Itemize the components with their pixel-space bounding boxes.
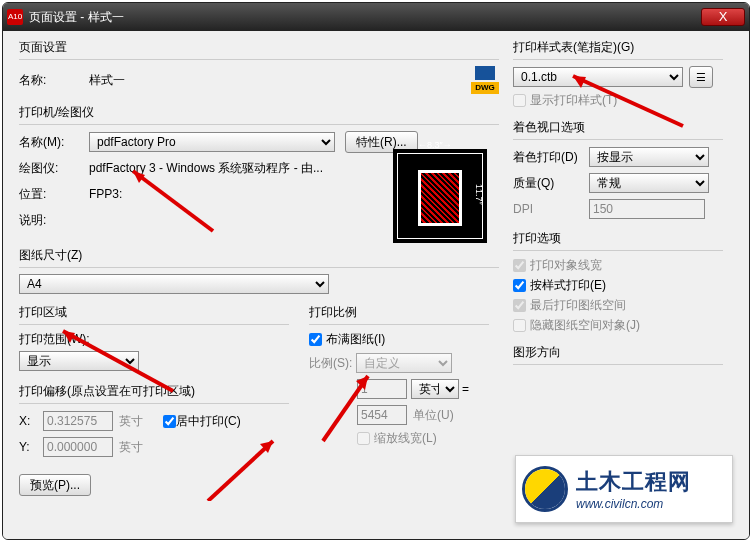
quality-label: 质量(Q) [513, 175, 589, 192]
center-plot-checkbox[interactable] [163, 415, 176, 428]
scale-numerator-input [357, 379, 407, 399]
paper-size-group-label: 图纸尺寸(Z) [19, 247, 499, 264]
plot-area-group-label: 打印区域 [19, 304, 289, 321]
location-value: FPP3: [89, 187, 122, 201]
page-name-label: 名称: [19, 72, 89, 89]
scale-denominator-input [357, 405, 407, 425]
offset-group-label: 打印偏移(原点设置在可打印区域) [19, 383, 289, 400]
paper-size-select[interactable]: A4 [19, 274, 329, 294]
logo-cn-text: 土木工程网 [576, 467, 691, 497]
window-title: 页面设置 - 样式一 [29, 9, 701, 26]
page-name-value: 样式一 [89, 72, 125, 89]
plotter-value: pdfFactory 3 - Windows 系统驱动程序 - 由... [89, 160, 323, 177]
scale-unit-select[interactable]: 英寸 [411, 379, 459, 399]
plot-range-label: 打印范围(W): [19, 331, 289, 348]
scale-denom-unit: 单位(U) [413, 407, 454, 424]
plot-by-style-label: 按样式打印(E) [530, 277, 606, 294]
page-setup-group-label: 页面设置 [19, 39, 499, 56]
show-plot-styles-label: 显示打印样式(T) [530, 92, 617, 109]
options-group-label: 打印选项 [513, 230, 723, 247]
printer-name-label: 名称(M): [19, 134, 89, 151]
printer-name-select[interactable]: pdfFactory Pro [89, 132, 335, 152]
logo-ball-icon [522, 466, 568, 512]
dpi-label: DPI [513, 202, 589, 216]
dwg-icon: DWG [471, 66, 499, 94]
plot-range-select[interactable]: 显示 [19, 351, 139, 371]
quality-select[interactable]: 常规 [589, 173, 709, 193]
offset-x-unit: 英寸 [119, 413, 143, 430]
location-label: 位置: [19, 186, 89, 203]
scale-group-label: 打印比例 [309, 304, 489, 321]
hide-paperspace-checkbox [513, 319, 526, 332]
preview-button[interactable]: 预览(P)... [19, 474, 91, 496]
scale-lineweight-checkbox [357, 432, 370, 445]
close-button[interactable]: X [701, 8, 745, 26]
shade-plot-label: 着色打印(D) [513, 149, 589, 166]
plot-paperspace-last-checkbox [513, 299, 526, 312]
plot-lineweight-checkbox [513, 259, 526, 272]
logo-en-text: www.civilcn.com [576, 497, 691, 511]
center-plot-label: 居中打印(C) [176, 413, 241, 430]
plotter-label: 绘图仪: [19, 160, 89, 177]
show-plot-styles-checkbox [513, 94, 526, 107]
app-icon: A10 [7, 9, 23, 25]
offset-x-input [43, 411, 113, 431]
fit-to-paper-checkbox[interactable] [309, 333, 322, 346]
printer-group-label: 打印机/绘图仪 [19, 104, 499, 121]
offset-y-input [43, 437, 113, 457]
offset-x-label: X: [19, 414, 43, 428]
fit-to-paper-label: 布满图纸(I) [326, 331, 385, 348]
scale-select: 自定义 [356, 353, 452, 373]
scale-lineweight-label: 缩放线宽(L) [374, 430, 437, 447]
dpi-input [589, 199, 705, 219]
watermark-logo: 土木工程网 www.civilcn.com [515, 455, 733, 523]
offset-y-unit: 英寸 [119, 439, 143, 456]
description-label: 说明: [19, 212, 89, 229]
hide-paperspace-label: 隐藏图纸空间对象(J) [530, 317, 640, 334]
style-table-group-label: 打印样式表(笔指定)(G) [513, 39, 723, 56]
style-table-edit-button[interactable]: ☰ [689, 66, 713, 88]
plot-lineweight-label: 打印对象线宽 [530, 257, 602, 274]
paper-preview: ←8.3″→ 11.7″ [393, 149, 487, 243]
orientation-group-label: 图形方向 [513, 344, 723, 361]
offset-y-label: Y: [19, 440, 43, 454]
plot-by-style-checkbox[interactable] [513, 279, 526, 292]
style-table-select[interactable]: 0.1.ctb [513, 67, 683, 87]
shade-plot-select[interactable]: 按显示 [589, 147, 709, 167]
scale-label: 比例(S): [309, 355, 352, 372]
viewport-group-label: 着色视口选项 [513, 119, 723, 136]
plot-paperspace-last-label: 最后打印图纸空间 [530, 297, 626, 314]
